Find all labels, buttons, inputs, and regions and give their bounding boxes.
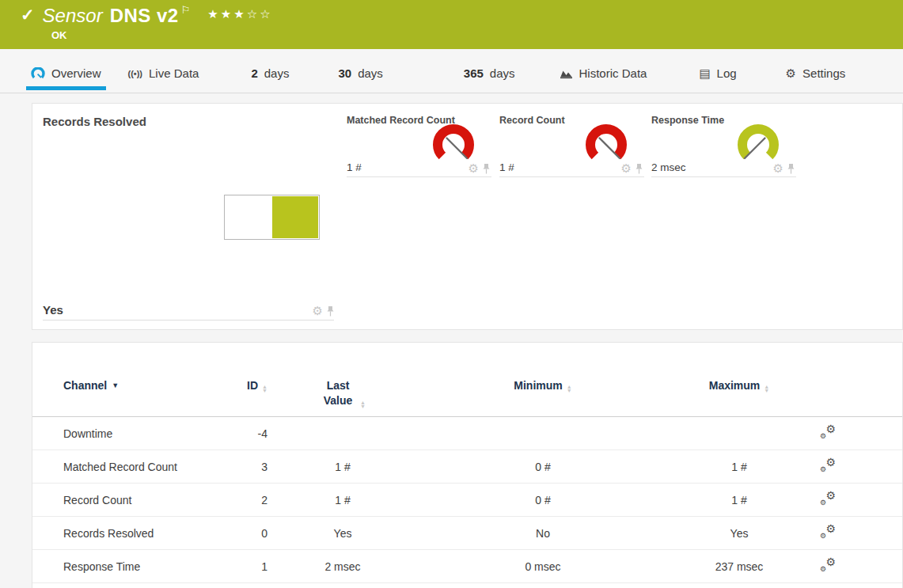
priority-flag-icon[interactable]: ⚐ [181,5,191,15]
channel-settings-icon[interactable]: ⚙⚙ [820,458,836,472]
widget-gear-icon[interactable]: ⚙ [469,163,479,174]
column-label: Channel [63,379,107,392]
status-badge: OK [51,29,903,41]
priority-stars[interactable]: ★★★☆☆ [207,7,272,21]
column-label: Last Value [320,378,356,408]
channel-table-header: Channel▼ID▲▼Last Value▲▼Minimum▲▼Maximum… [32,378,902,417]
cell-min: No [418,527,668,540]
cell-id: 2 [207,494,267,506]
cell-last: 1 # [267,461,418,473]
channel-table-panel: Channel▼ID▲▼Last Value▲▼Minimum▲▼Maximum… [32,342,903,588]
channel-row-downtime: Downtime-4⚙⚙ [32,417,902,450]
channel-settings-icon[interactable]: ⚙⚙ [820,425,836,439]
tab-live-data[interactable]: ((•))Live Data [127,49,201,93]
column-header-maximum[interactable]: Maximum▲▼ [668,378,810,393]
cell-id: 3 [207,461,267,473]
gauge-value: 1 # [347,161,362,173]
channel-row-matched-record-count: Matched Record Count31 #0 #1 #⚙⚙ [32,450,902,484]
cell-channel: Records Resolved [63,527,207,540]
gauge-widget-response-time: Response Time 2 msec ⚙ [651,115,796,177]
sort-icon: ▲▼ [764,385,769,393]
gauge-widget-record-count: Record Count 1 # ⚙ [499,115,644,177]
cell-id: 0 [207,527,267,540]
tab-label: days [358,66,383,80]
sensor-page: ✓ Sensor DNS v2 ⚐ ★★★☆☆ OK Overview((•))… [0,0,903,588]
sort-icon: ▲▼ [262,385,267,393]
boolean-chart [224,195,320,240]
tab-log[interactable]: ▤Log [697,49,738,93]
tab-number: 365 [464,66,484,80]
column-label: Minimum [514,379,562,392]
overview-panel: Records Resolved Yes ⚙ Matched Record Co… [32,103,903,330]
tab-30-days[interactable]: 30days [336,49,384,93]
primary-channel-title: Records Resolved [43,115,334,128]
tab-label: Overview [51,66,101,80]
cell-last: Yes [267,527,418,540]
widget-pin-icon[interactable] [787,164,795,174]
widget-gear-icon[interactable]: ⚙ [313,305,323,317]
tab-label: Log [717,66,737,80]
gauge-widget-matched-record-count: Matched Record Count 1 # ⚙ [347,115,491,177]
column-header-minimum[interactable]: Minimum▲▼ [418,378,668,393]
gauge-value: 2 msec [651,161,686,173]
column-label: Maximum [709,379,761,392]
channel-settings-icon[interactable]: ⚙⚙ [820,525,836,539]
sort-icon: ▲▼ [567,385,572,393]
gauge-value: 1 # [499,161,514,173]
sort-icon: ▲▼ [360,400,366,408]
cell-max: 1 # [668,461,810,473]
cell-id: 1 [207,560,267,573]
tab-overview[interactable]: Overview [29,49,103,93]
cell-max: Yes [668,527,810,540]
stars-filled[interactable]: ★★★ [207,7,246,21]
gauge-icon [31,67,45,80]
channel-settings-icon[interactable]: ⚙⚙ [820,558,836,572]
cell-max: 237 msec [668,560,810,573]
gear-icon: ⚙ [786,67,796,79]
column-label: ID [247,379,258,392]
cell-min: 0 msec [418,560,668,573]
sort-desc-icon: ▼ [112,381,119,389]
tab-bar: Overview((•))Live Data2days30days365days… [0,49,903,93]
chart-icon [560,68,573,79]
tab-historic-data[interactable]: Historic Data [558,49,649,93]
stars-empty[interactable]: ☆☆ [247,7,273,21]
tab-label: days [264,66,290,80]
primary-channel-widget: Records Resolved Yes ⚙ [43,115,334,321]
column-header-channel[interactable]: Channel▼ [63,378,207,393]
tab-label: Historic Data [579,66,647,80]
channel-row-response-time: Response Time12 msec0 msec237 msec⚙⚙ [32,550,902,583]
channel-row-records-resolved: Records Resolved0YesNoYes⚙⚙ [32,517,902,550]
tab-label: Settings [802,66,845,80]
column-header-last-value[interactable]: Last Value▲▼ [267,378,418,408]
cell-min: 0 # [418,461,668,473]
channel-row-record-count: Record Count21 #0 #1 #⚙⚙ [32,484,902,517]
cell-channel: Response Time [63,560,207,573]
cell-min: 0 # [418,494,668,506]
cell-last: 2 msec [267,560,418,573]
tab-settings[interactable]: ⚙Settings [784,49,848,93]
live-icon: ((•)) [128,69,143,78]
tab-number: 2 [251,66,257,80]
tab-2-days[interactable]: 2days [249,49,290,93]
column-header-id[interactable]: ID▲▼ [207,378,267,393]
cell-channel: Matched Record Count [63,461,207,473]
cell-channel: Downtime [63,427,207,440]
channel-settings-icon[interactable]: ⚙⚙ [820,491,836,506]
sensor-kind-label: Sensor [43,5,103,27]
widget-pin-icon[interactable] [636,164,643,174]
boolean-chart-fill [272,196,318,238]
status-check-icon: ✓ [21,5,35,25]
cell-max: 1 # [668,494,810,506]
widget-gear-icon[interactable]: ⚙ [773,163,783,174]
tab-label: days [490,66,515,80]
sensor-name: DNS v2 [110,5,179,27]
widget-pin-icon[interactable] [327,306,334,317]
tab-365-days[interactable]: 365days [462,49,517,93]
log-icon: ▤ [699,67,710,79]
widget-pin-icon[interactable] [483,164,490,174]
primary-channel-value: Yes [43,303,63,317]
cell-channel: Record Count [63,494,207,506]
widget-gear-icon[interactable]: ⚙ [621,163,632,174]
sensor-status-header: ✓ Sensor DNS v2 ⚐ ★★★☆☆ OK [0,0,903,49]
